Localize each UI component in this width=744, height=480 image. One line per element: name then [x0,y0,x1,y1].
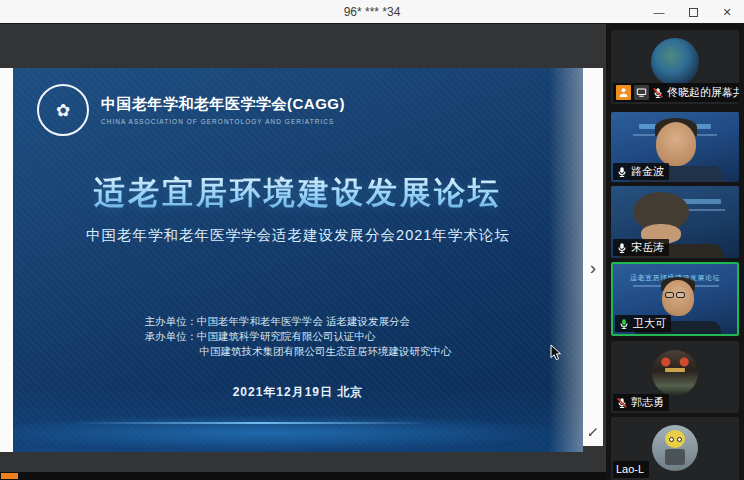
avatar-photo [652,350,698,396]
participant-name-label: 郭志勇 [613,394,669,411]
taskbar-app-indicator[interactable] [1,473,18,479]
participant-name-label: Lao-L [613,461,649,478]
avatar-cartoon [652,425,698,471]
org-name-cn: 中国老年学和老年医学学会(CAGG) [101,95,345,114]
organizer-block: 主办单位：中国老年学和老年医学学会 适老建设发展分会 承办单位：中国建筑科学研究… [13,314,583,359]
person-face [662,280,694,316]
resize-handle-icon[interactable] [587,426,599,438]
bottom-taskbar [0,472,606,480]
host-line: 主办单位：中国老年学和老年医学学会 适老建设发展分会 [145,314,452,329]
participant-name: 路金波 [631,165,664,178]
presentation-slide: ✿ 中国老年学和老年医学学会(CAGG) CHINA ASSOCIATION O… [13,68,583,452]
participant-tile-6[interactable]: Lao-L [611,417,739,480]
presenter-icon [616,85,631,100]
mic-muted-icon [616,397,628,409]
share-left-margin [0,68,13,452]
slide-right-fade [549,68,583,452]
cagg-logo-seal: ✿ [37,84,89,136]
close-button[interactable]: ✕ [710,0,744,24]
mic-muted-icon [652,87,664,99]
window-title: 96* *** *34 [0,5,744,19]
person-face [656,122,696,166]
avatar-artwork [651,38,699,86]
participant-name: 宋岳涛 [631,241,664,254]
org-name-en: CHINA ASSOCIATION OF GERONTOLOGY AND GER… [101,118,345,125]
screen-share-icon [634,85,649,100]
organizer-line-1: 承办单位：中国建筑科学研究院有限公司认证中心 [145,329,452,344]
participant-name: 佟晓起的屏幕共享 [667,86,739,99]
participant-name: 郭志勇 [631,396,664,409]
participant-name-label: 佟晓起的屏幕共享 [613,83,739,102]
participant-name: 卫大可 [633,317,666,330]
glasses-icon [665,292,685,298]
slide-header: ✿ 中国老年学和老年医学学会(CAGG) CHINA ASSOCIATION O… [37,84,345,136]
org-names: 中国老年学和老年医学学会(CAGG) CHINA ASSOCIATION OF … [101,95,345,125]
participant-name-label: 宋岳涛 [613,239,669,256]
slide-title: 适老宜居环境建设发展论坛 [13,172,583,214]
participant-tile-3[interactable]: 宋岳涛 [611,186,739,258]
participant-tile-5[interactable]: 郭志勇 [611,341,739,413]
slide-scroll-strip[interactable]: › [583,68,603,446]
shared-screen-area: ✿ 中国老年学和老年医学学会(CAGG) CHINA ASSOCIATION O… [0,24,606,480]
participant-name-label: 路金波 [613,163,669,180]
window-controls: — ✕ [642,0,744,24]
participant-tile-active-speaker[interactable]: 适老宜居环境建设发展论坛 卫大可 [611,262,739,336]
next-slide-arrow[interactable]: › [583,258,603,278]
slide-date-location: 2021年12月19日 北京 [13,384,583,401]
mic-active-icon [618,318,630,330]
participant-tile-2[interactable]: 路金波 [611,112,739,182]
participants-sidebar: 佟晓起的屏幕共享 路金波 [606,24,744,480]
maximize-icon [689,8,698,17]
minimize-icon: — [654,6,665,18]
mouse-cursor [550,344,563,362]
slide-subtitle: 中国老年学和老年医学学会适老建设发展分会2021年学术论坛 [13,226,583,245]
organizer-line-2: 中国建筑技术集团有限公司生态宜居环境建设研究中心 [145,344,452,359]
mic-on-icon [616,166,628,178]
window-titlebar[interactable]: 96* *** *34 — ✕ [0,0,744,24]
participant-name-label: 卫大可 [615,315,671,332]
slide-light-streak [73,422,493,424]
mic-on-icon [616,242,628,254]
maximize-button[interactable] [676,0,710,24]
flower-icon: ✿ [56,100,70,121]
close-icon: ✕ [722,6,731,19]
minimize-button[interactable]: — [642,0,676,24]
participant-name: Lao-L [616,463,644,476]
meeting-window: 96* *** *34 — ✕ ✿ 中国老年学和老年医学学会(CAGG) CHI… [0,0,744,480]
participant-tile-sharer[interactable]: 佟晓起的屏幕共享 [611,30,739,104]
